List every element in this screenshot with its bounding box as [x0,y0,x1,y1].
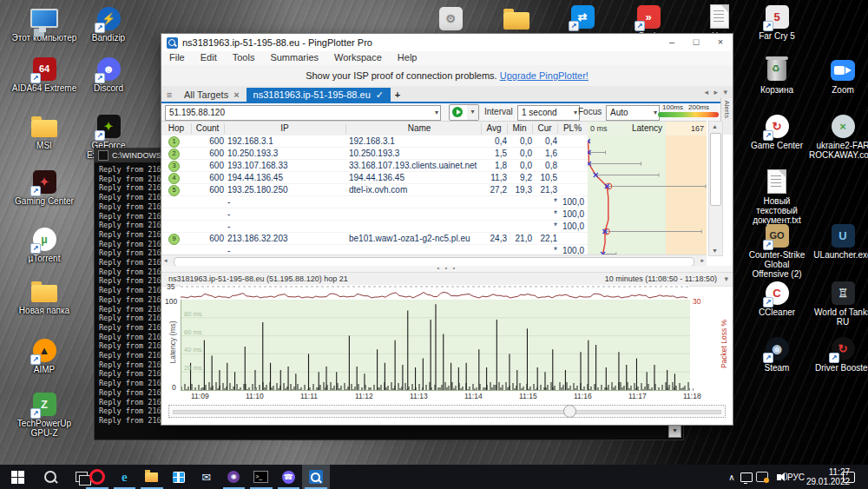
tab-menu-icon[interactable]: ≡ [161,88,177,102]
pane-splitter[interactable]: • • • [161,266,733,272]
desktop-icon-this-pc[interactable]: Этот компьютер [10,5,78,43]
pingplotter-window[interactable]: ns3181963.ip-51-195-88.eu - PingPlotter … [161,33,733,426]
table-horizontal-scrollbar[interactable]: ◂ ▸ [161,254,707,267]
taskbar-xbox-game-bar[interactable]: ◉ [220,465,248,489]
table-row-hop-1[interactable]: 1600192.168.3.1192.168.3.10,40,00,4 [161,135,588,148]
focus-select[interactable]: Auto ▾ [606,105,660,121]
desktop-icon-bandizip[interactable]: ⚡↗Bandizip [75,5,142,43]
chevron-down-icon[interactable]: ▾ [574,106,577,119]
table-row-hop-lost[interactable]: -*100,0 [161,245,588,254]
taskbar-command-prompt[interactable]: >_ [247,465,275,489]
tab-close-icon[interactable]: × [233,88,239,102]
taskbar-microsoft-store[interactable] [166,465,194,489]
chevron-down-icon[interactable]: ▾ [435,106,438,119]
timeline-range-caret[interactable]: ▾ [724,273,728,285]
chevron-down-icon[interactable]: ▾ [654,106,657,119]
column-header-pl[interactable]: PL% [557,123,588,133]
desktop-icon-zoom[interactable]: Zoom [809,57,868,95]
desktop-icon-ulauncher[interactable]: UULauncher.exe [809,222,868,260]
desktop-icon-aida64-extreme[interactable]: 64↗AIDA64 Extreme [10,56,78,93]
column-header-cur[interactable]: Cur [532,123,557,133]
maximize-button[interactable]: □ [684,34,708,51]
scrollbar-thumb[interactable] [710,133,721,206]
table-row-hop-9[interactable]: 9600213.186.32.203be101.waw1-oza1-g2-nc5… [161,233,588,245]
desktop-icon-aimp[interactable]: ▲↗AIMP [10,337,78,374]
desktop-icon-game-center[interactable]: ↻↗Game Center [743,113,811,150]
column-header-min[interactable]: Min [507,123,532,133]
menu-help[interactable]: Help [390,51,425,65]
action-center-icon[interactable] [840,465,858,489]
scroll-down-arrow[interactable]: ▼ [709,248,720,254]
column-header-count[interactable]: Count [191,123,224,133]
tab-active-target[interactable]: ns3181963.ip-51-195-88.eu ✓ [247,88,391,102]
notification-icon[interactable] [755,465,769,489]
desktop-icon-settings-gears[interactable]: ⚙ [417,5,484,33]
desktop-icon-utorrent[interactable]: µ↗µTorrent [10,226,78,263]
taskbar-viber[interactable]: ☎ [275,465,303,489]
menu-tools[interactable]: Tools [225,51,263,65]
column-header-avg[interactable]: Avg [481,123,507,133]
desktop-icon-gaming-center[interactable]: ✦↗Gaming Center [10,169,78,206]
cmd-scroll-down-button[interactable]: ▾ [668,425,681,438]
interval-select[interactable]: 1 second ▾ [517,105,580,121]
table-row-hop-lost[interactable]: -*100,0 [161,221,588,233]
taskbar-search-button[interactable] [35,465,66,489]
desktop-icon-csgo[interactable]: GO↗Counter-Strike Global Offensive (2) [743,222,811,279]
table-row-hop-5[interactable]: 5600193.25.180.250dtel-ix.ovh.com27,219,… [161,184,588,196]
upgrade-link[interactable]: Upgrade PingPlotter! [500,70,589,81]
desktop-icon-recycle-bin[interactable]: Корзина [743,57,811,95]
scroll-up-arrow[interactable]: ▲ [709,123,720,129]
minimize-button[interactable]: – [660,34,684,51]
shortcut-arrow-icon: ↗ [30,73,41,83]
desktop-icon-discord[interactable]: ☻↗Discord [75,56,142,93]
new-target-tab-button[interactable]: + [391,88,404,102]
taskbar-file-explorer[interactable] [138,465,166,489]
desktop-icon-steam[interactable]: ◉↗Steam [743,335,811,373]
column-header-ip[interactable]: IP [224,123,345,133]
start-trace-button[interactable] [449,104,468,121]
desktop-icon-msi-folder[interactable]: MSI [10,113,78,150]
desktop-icon-driver-booster[interactable]: ↻↗Driver Booster [809,335,868,373]
column-header-hop[interactable]: Hop [161,123,191,133]
close-button[interactable]: × [708,34,733,51]
timeline-position-slider[interactable] [168,405,726,418]
desktop-icon-top-folder[interactable] [483,5,550,33]
latency-timeline-plot[interactable]: 80 ms60 ms40 ms20 ms [181,300,690,391]
menu-edit[interactable]: Edit [193,51,225,65]
desktop-icon-ukraine2-connect[interactable]: ×ukraine2-FAR ROCKAWAY.connect [809,113,868,160]
scroll-right-arrow[interactable]: ▸ [700,257,704,264]
menu-file[interactable]: File [161,51,193,65]
menu-summaries[interactable]: Summaries [262,51,326,65]
pp-titlebar[interactable]: ns3181963.ip-51-195-88.eu - PingPlotter … [161,34,733,51]
taskbar-edge[interactable]: e [111,465,139,489]
tray-chevron[interactable]: ∧ [726,465,738,489]
scroll-left-arrow[interactable]: ◂ [164,257,168,264]
volume-icon[interactable] [771,465,786,489]
trace-table-rows[interactable]: 1600192.168.3.1192.168.3.10,40,00,426001… [161,135,588,254]
network-icon[interactable] [740,465,753,489]
taskbar-pingplotter[interactable] [302,465,330,489]
desktop-icon-new-text-document[interactable]: Новый текстовый документ.txt [743,169,811,225]
table-row-hop-lost[interactable]: -*100,0 [161,208,588,221]
slider-thumb[interactable] [563,405,576,418]
language-indicator[interactable]: РУС [786,465,806,489]
menu-workspace[interactable]: Workspace [326,51,390,65]
taskbar-opera[interactable] [83,465,111,489]
table-row-hop-3[interactable]: 3600193.107.168.3333.168.107.193.clients… [161,160,588,172]
target-address-combobox[interactable]: 51.195.88.120 ▾ [165,105,441,121]
table-row-hop-lost[interactable]: -*100,0 [161,196,588,208]
table-row-hop-2[interactable]: 260010.250.193.310.250.193.31,50,01,6 [161,148,588,160]
tab-scroll-arrows[interactable]: ◂ ▸ ▾ [704,88,729,96]
taskbar-start-button[interactable] [0,465,35,489]
tab-all-targets[interactable]: All Targets × [177,88,247,102]
table-row-hop-4[interactable]: 4600194.44.136.45194.44.136.4511,39,210,… [161,172,588,184]
start-options-caret[interactable]: ▾ [467,104,479,121]
scrollbar-thumb[interactable] [174,257,694,267]
desktop-icon-gpu-z[interactable]: Z↗TechPowerUp GPU-Z [10,391,78,438]
taskbar-mail[interactable]: ✉ [193,465,220,489]
table-vertical-scrollbar[interactable]: ▲ ▼ [708,121,723,256]
desktop-icon-far-cry-5[interactable]: 5↗Far Cry 5 [743,3,811,41]
desktop-icon-teamviewer[interactable]: ⇄↗ [549,3,616,31]
column-header-name[interactable]: Name [345,123,493,133]
desktop-icon-new-folder[interactable]: Новая папка [10,278,78,315]
